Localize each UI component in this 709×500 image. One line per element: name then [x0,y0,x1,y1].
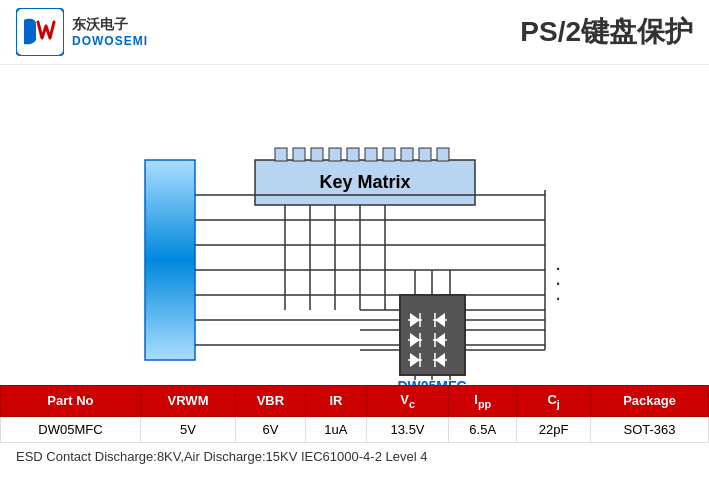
table-header-row: Part No VRWM VBR IR Vc Ipp Cj Package [1,386,709,417]
svg-text:Key Matrix: Key Matrix [319,172,410,192]
circuit-diagram: Key Matrix [0,65,709,385]
table-cell: 5V [140,416,235,442]
col-vbr: VBR [236,386,306,417]
svg-rect-10 [383,148,395,161]
table-cell: 6.5A [449,416,517,442]
logo-area: 东沃电子 DOWOSEMI [16,8,148,56]
table-row: DW05MFC5V6V1uA13.5V6.5A22pFSOT-363 [1,416,709,442]
svg-rect-13 [437,148,449,161]
company-name-area: 东沃电子 DOWOSEMI [72,16,148,48]
circuit-svg: Key Matrix [0,65,709,385]
svg-rect-30 [400,295,465,375]
table-cell: 22pF [517,416,591,442]
svg-rect-11 [401,148,413,161]
col-vrwm: VRWM [140,386,235,417]
footer-text: ESD Contact Discharge:8KV,Air Discharge:… [16,449,427,464]
footer: ESD Contact Discharge:8KV,Air Discharge:… [0,443,709,470]
company-logo [16,8,64,56]
svg-rect-6 [311,148,323,161]
table-cell: 1uA [305,416,366,442]
svg-rect-12 [419,148,431,161]
page-title: PS/2键盘保护 [520,13,693,51]
svg-rect-4 [275,148,287,161]
col-package: Package [591,386,709,417]
company-name-en: DOWOSEMI [72,34,148,48]
svg-rect-5 [293,148,305,161]
table-cell: DW05MFC [1,416,141,442]
col-cj: Cj [517,386,591,417]
header: 东沃电子 DOWOSEMI PS/2键盘保护 [0,0,709,65]
specs-table: Part No VRWM VBR IR Vc Ipp Cj Package DW… [0,385,709,443]
col-ir: IR [305,386,366,417]
col-partno: Part No [1,386,141,417]
table-cell: 6V [236,416,306,442]
company-name-cn: 东沃电子 [72,16,148,34]
svg-rect-1 [145,160,195,360]
specs-table-area: Part No VRWM VBR IR Vc Ipp Cj Package DW… [0,385,709,443]
svg-rect-8 [347,148,359,161]
table-cell: 13.5V [367,416,449,442]
col-vc: Vc [367,386,449,417]
col-ipp: Ipp [449,386,517,417]
svg-text:·: · [555,285,561,310]
table-cell: SOT-363 [591,416,709,442]
svg-rect-9 [365,148,377,161]
svg-rect-7 [329,148,341,161]
